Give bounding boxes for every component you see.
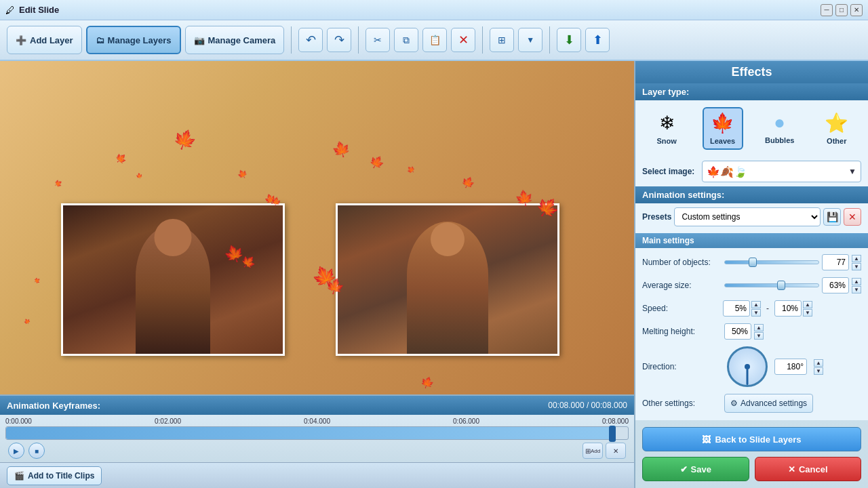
size-spin-up[interactable]: ▲ [852,278,861,285]
melting-height-up[interactable]: ▲ [754,324,764,331]
slide-canvas[interactable]: 🍁🍁🍁🍁🍁🍁🍁🍁🍁🍁🍁🍁🍁🍁🍁🍁🍁🍁🍁🍁🍁🍁🍁 [0,61,634,394]
dropdown-button[interactable]: ▼ [518,28,542,52]
manage-layers-button[interactable]: 🗂 Manage Layers [86,26,181,54]
minimize-button[interactable]: ─ [821,4,833,16]
speed-max-down[interactable]: ▼ [803,309,812,317]
speed-max-up[interactable]: ▲ [803,301,812,308]
add-layer-icon: ➕ [16,35,26,45]
layer-type-header: Layer type: [635,83,868,100]
layer-type-bubbles[interactable]: ● Bubbles [758,107,801,150]
other-label: Other [827,137,846,145]
direction-down[interactable]: ▼ [814,367,823,375]
move-up-button[interactable]: ⬆ [585,28,610,52]
back-label: Back to Slide Layers [715,434,801,445]
objects-slider-thumb[interactable] [749,258,757,267]
other-settings-row: Other settings: ⚙ Advanced settings [635,390,868,416]
maximize-button[interactable]: □ [835,4,848,16]
snow-label: Snow [657,137,677,145]
presets-label: Presets [642,212,671,222]
titlebar: 🖊 Edit Slide ─ □ ✕ [0,0,868,20]
manage-camera-button[interactable]: 📷 Manage Camera [185,26,285,54]
manage-layers-icon: 🗂 [96,35,104,45]
save-button[interactable]: ✔ Save [642,457,749,481]
animation-settings-section: Presets Custom settings 💾 ✕ Main setting… [635,203,868,420]
keyframes-title: Animation Keyframes: [7,401,100,411]
objects-value: 77 [822,254,849,270]
layer-type-other[interactable]: ⭐ Other [816,107,857,150]
canvas-leaf: 🍁 [22,317,31,326]
add-to-title-clips-button[interactable]: 🎬 Add to Title Clips [7,466,102,485]
canvas-leaf: 🍁 [330,139,353,161]
layer-type-leaves[interactable]: 🍁 Leaves [703,107,743,150]
time-label: 0:04.000 [304,418,330,425]
canvas-leaf: 🍁 [33,277,42,285]
direction-label: Direction: [642,362,720,371]
save-preset-button[interactable]: 💾 [823,208,841,226]
canvas-leaf: 🍁 [367,152,387,172]
dial-center [745,364,750,369]
layer-type-snow[interactable]: ❄ Snow [646,107,687,150]
melting-height-down[interactable]: ▼ [754,332,764,340]
add-to-title-icon: 🎬 [14,471,24,481]
select-image-dropdown[interactable]: 🍁🍂🍃 ▼ [702,161,861,182]
gear-icon: ⚙ [730,399,738,408]
grid-button[interactable]: ⊞ [490,28,514,52]
objects-spin-up[interactable]: ▲ [852,255,861,262]
canvas-leaf: 🍁 [296,390,317,394]
toolbar-separator-4 [549,26,550,54]
advanced-settings-button[interactable]: ⚙ Advanced settings [724,394,813,413]
manage-camera-label: Manage Camera [208,35,276,45]
melting-height-label: Melting height: [642,327,720,336]
speed-min-down[interactable]: ▼ [751,309,761,317]
size-slider-thumb[interactable] [777,281,785,290]
add-layer-button[interactable]: ➕ Add Layer [7,26,82,54]
back-icon: 🖼 [702,434,711,445]
main-settings-header: Main settings [635,233,868,248]
window-controls: ─ □ ✕ [821,4,863,16]
direction-dial[interactable] [727,346,768,387]
presets-select[interactable]: Custom settings [674,207,821,226]
remove-keyframe-button[interactable]: ✕ [606,443,626,459]
speed-min-up[interactable]: ▲ [751,301,761,308]
paste-button[interactable]: 📋 [422,28,447,52]
time-label: 0:08.000 [602,418,629,425]
animation-settings-header: Animation settings: [635,186,868,203]
play-button[interactable]: ▶ [8,443,24,459]
move-down-button[interactable]: ⬇ [557,28,581,52]
size-slider[interactable] [724,283,819,287]
copy-button[interactable]: ⧉ [394,28,418,52]
delete-button[interactable]: ✕ [451,28,475,52]
speed-label: Speed: [642,304,720,313]
stop-button[interactable]: ■ [28,443,45,459]
toolbar-separator-3 [482,26,483,54]
delete-preset-button[interactable]: ✕ [844,208,861,226]
speed-row: Speed: 5% ▲ ▼ - 10% ▲ ▼ [635,297,868,320]
cancel-button[interactable]: ✕ Cancel [755,457,862,481]
add-keyframe-button[interactable]: ⊞Add [583,443,603,459]
back-to-slide-layers-button[interactable]: 🖼 Back to Slide Layers [642,427,861,451]
close-button[interactable]: ✕ [850,4,863,16]
keyframes-thumb[interactable] [609,426,616,442]
cancel-label: Cancel [799,464,828,474]
toolbar-separator-2 [358,26,359,54]
undo-button[interactable]: ↶ [298,28,323,52]
number-of-objects-control: 77 ▲ ▼ [724,254,861,270]
leaves-icon: 🍁 [711,112,734,134]
keyframes-add-area: ⊞Add ✕ [583,443,626,459]
size-spin-down[interactable]: ▼ [852,286,861,293]
toolbar: ➕ Add Layer 🗂 Manage Layers 📷 Manage Cam… [0,20,868,61]
direction-up[interactable]: ▲ [814,359,823,367]
objects-spin-down[interactable]: ▼ [852,263,861,270]
cut-button[interactable]: ✂ [366,28,390,52]
camera-icon: 📷 [194,35,205,45]
objects-slider[interactable] [724,260,819,264]
keyframes-track[interactable] [5,426,629,440]
speed-separator: - [764,304,772,313]
redo-button[interactable]: ↷ [327,28,351,52]
layer-type-grid: ❄ Snow 🍁 Leaves ● Bubbles ⭐ Other [635,100,868,157]
panel-footer: 🖼 Back to Slide Layers ✔ Save ✕ Cancel [635,420,868,488]
app-icon: 🖊 [5,5,15,16]
advanced-settings-label: Advanced settings [741,399,807,408]
panel-header: Effects [635,61,868,83]
right-panel: Effects Layer type: ❄ Snow 🍁 Leaves ● Bu… [634,61,868,488]
